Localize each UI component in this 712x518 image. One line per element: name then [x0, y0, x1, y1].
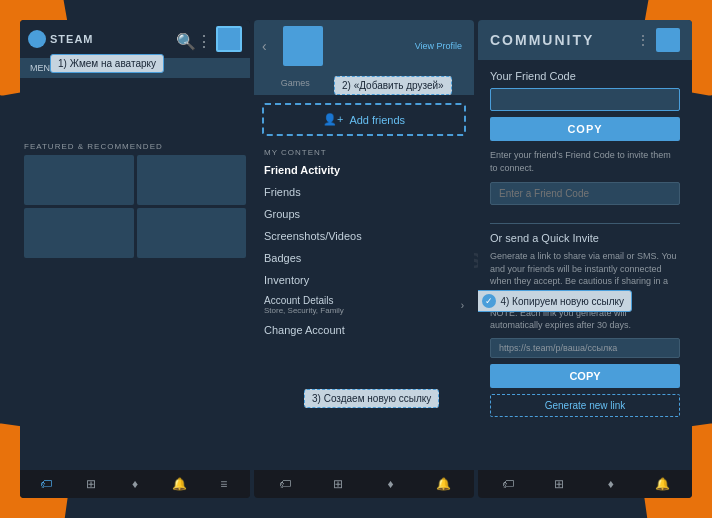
add-friends-label: Add friends — [349, 114, 405, 126]
menu-change-account[interactable]: Change Account — [254, 319, 474, 341]
bottom-nav-grid[interactable]: ⊞ — [83, 476, 99, 492]
middle-panel: ‹ View Profile 2) «Добавить друзей» Game… — [254, 20, 474, 498]
tooltip-step1: 1) Жмем на аватарку — [50, 54, 164, 73]
tooltip-step3: 3) Создаем новую ссылку — [304, 389, 439, 408]
comm-bottom-grid[interactable]: ⊞ — [551, 476, 567, 492]
friend-code-input[interactable] — [490, 88, 680, 111]
back-button[interactable]: ‹ — [262, 38, 267, 54]
checkmark-icon: ✓ — [482, 294, 496, 308]
menu-inventory[interactable]: Inventory — [254, 269, 474, 291]
tooltip-step4: ✓ 4) Копируем новую ссылку — [478, 290, 632, 312]
steam-content-area: FEATURED & RECOMMENDED — [20, 78, 250, 470]
steam-bottom-nav: 🏷 ⊞ ♦ 🔔 ≡ — [20, 470, 250, 498]
community-header-icons: ⋮ — [636, 28, 680, 52]
friend-code-title: Your Friend Code — [490, 70, 680, 82]
menu-friends[interactable]: Friends — [254, 181, 474, 203]
mid-bottom-bell[interactable]: 🔔 — [436, 476, 452, 492]
account-details-item[interactable]: Account Details Store, Security, Family … — [254, 291, 474, 319]
featured-label: FEATURED & RECOMMENDED — [24, 142, 246, 151]
community-title: COMMUNITY — [490, 32, 594, 48]
steam-icon — [28, 30, 46, 48]
comm-bottom-tag[interactable]: 🏷 — [500, 476, 516, 492]
invite-info-text: Enter your friend's Friend Code to invit… — [490, 149, 680, 174]
featured-item-4 — [137, 208, 247, 258]
community-more-icon[interactable]: ⋮ — [636, 32, 650, 48]
community-avatar[interactable] — [656, 28, 680, 52]
steam-header: STEAM 🔍 ⋮ 1) Жмем на аватарку — [20, 20, 250, 58]
community-header: COMMUNITY ⋮ — [478, 20, 692, 60]
account-details-arrow: › — [461, 300, 464, 311]
middle-header: ‹ View Profile — [254, 20, 474, 72]
middle-bottom-nav: 🏷 ⊞ ♦ 🔔 — [254, 470, 474, 498]
profile-avatar — [283, 26, 323, 66]
avatar[interactable] — [216, 26, 242, 52]
copy-link-button[interactable]: COPY — [490, 364, 680, 388]
comm-bottom-bell[interactable]: 🔔 — [654, 476, 670, 492]
featured-item-1 — [24, 155, 134, 205]
menu-friend-activity[interactable]: Friend Activity — [254, 159, 474, 181]
mid-bottom-tag[interactable]: 🏷 — [277, 476, 293, 492]
bottom-nav-bell[interactable]: 🔔 — [171, 476, 187, 492]
search-icon[interactable]: 🔍 — [176, 32, 190, 46]
featured-item-2 — [137, 155, 247, 205]
quick-invite-title: Or send a Quick Invite — [490, 232, 680, 244]
mid-bottom-shield[interactable]: ♦ — [383, 476, 399, 492]
featured-item-3 — [24, 208, 134, 258]
enter-friend-code-input[interactable] — [490, 182, 680, 205]
comm-bottom-shield[interactable]: ♦ — [603, 476, 619, 492]
bottom-nav-menu[interactable]: ≡ — [216, 476, 232, 492]
tooltip-step2: 2) «Добавить друзей» — [334, 76, 452, 95]
account-details-sub: Store, Security, Family — [264, 306, 344, 315]
menu-badges[interactable]: Badges — [254, 247, 474, 269]
community-bottom-nav: 🏷 ⊞ ♦ 🔔 — [478, 470, 692, 498]
my-content-label: MY CONTENT — [254, 144, 474, 159]
divider — [490, 223, 680, 224]
bottom-nav-tag[interactable]: 🏷 — [38, 476, 54, 492]
community-content: Your Friend Code COPY Enter your friend'… — [478, 60, 692, 470]
link-display: https://s.team/p/ваша/ссылка — [490, 338, 680, 358]
main-container: STEAM 🔍 ⋮ 1) Жмем на аватарку MENU▾ WISH… — [20, 20, 692, 498]
community-panel: COMMUNITY ⋮ Your Friend Code COPY Enter … — [478, 20, 692, 498]
steam-logo: STEAM — [28, 30, 94, 48]
steam-header-icons: 🔍 ⋮ — [176, 26, 242, 52]
account-details-title: Account Details — [264, 295, 344, 306]
add-friends-icon: 👤+ — [323, 113, 343, 126]
menu-groups[interactable]: Groups — [254, 203, 474, 225]
tooltip-step4-text: 4) Копируем новую ссылку — [500, 296, 624, 307]
more-icon[interactable]: ⋮ — [196, 32, 210, 46]
featured-grid — [24, 155, 246, 258]
add-friends-button[interactable]: 👤+ Add friends — [262, 103, 466, 136]
generate-link-button[interactable]: Generate new link — [490, 394, 680, 417]
steam-client: STEAM 🔍 ⋮ 1) Жмем на аватарку MENU▾ WISH… — [20, 20, 250, 498]
menu-screenshots[interactable]: Screenshots/Videos — [254, 225, 474, 247]
bottom-nav-shield[interactable]: ♦ — [127, 476, 143, 492]
copy-friend-code-button[interactable]: COPY — [490, 117, 680, 141]
steam-logo-text: STEAM — [50, 33, 94, 45]
tab-games[interactable]: Games — [277, 76, 314, 91]
account-details-text: Account Details Store, Security, Family — [264, 295, 344, 315]
view-profile-button[interactable]: View Profile — [415, 41, 462, 51]
mid-bottom-grid[interactable]: ⊞ — [330, 476, 346, 492]
